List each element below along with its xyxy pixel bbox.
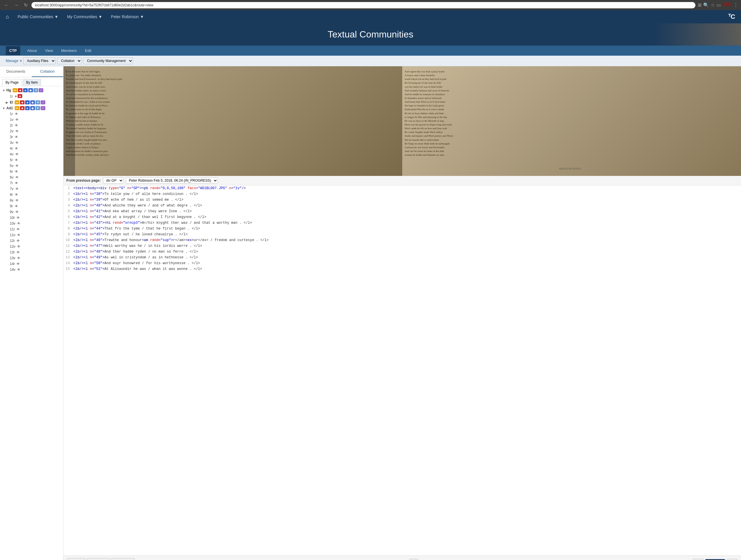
ad1-page-14r-label[interactable]: 14r — [10, 262, 15, 266]
tab-collation[interactable]: Collation — [32, 66, 64, 77]
ad1-page-11v-eye-icon[interactable]: 👁 — [16, 233, 21, 237]
el-blue-icon[interactable]: ■ — [25, 100, 30, 104]
ad1-page-5r-label[interactable]: 5r — [10, 158, 13, 162]
ad1-page-8v-eye-icon[interactable]: 👁 — [15, 198, 19, 203]
view-link[interactable]: View — [41, 46, 57, 56]
ad1-page-9r-eye-icon[interactable]: 👁 — [14, 204, 19, 208]
ad1-page-6v-label[interactable]: 6v — [10, 175, 13, 179]
ad1-page-3v-eye-icon[interactable]: 👁 — [15, 141, 19, 145]
ad1-zip-icon[interactable]: ZIP — [15, 106, 19, 110]
my-communities-link[interactable]: My Communities ▼ — [67, 14, 102, 19]
ad1-page-1v-eye-icon[interactable]: 👁 — [15, 117, 19, 122]
line-content[interactable]: <lb/><l n="43"><hi rend="orncp3">A</hi> … — [72, 220, 741, 226]
ad1-page-13r-eye-icon[interactable]: 👁 — [16, 250, 20, 254]
ad1-page-10v-eye-icon[interactable]: 👁 — [16, 222, 21, 226]
line-content[interactable]: <lb/><l n="38">To telle yow / of alle he… — [72, 191, 741, 197]
ad1-page-1r-eye-icon[interactable]: 👁 — [14, 112, 19, 116]
el-page-icon[interactable]: ▩ — [30, 100, 35, 104]
hg-expand-arrow[interactable]: ▼ — [2, 89, 5, 92]
tab-by-item[interactable]: By Item — [23, 79, 41, 86]
line-content[interactable]: <lb/><l n="48">And ther hadde ryden / no… — [72, 249, 741, 254]
auxiliary-files-dropdown[interactable]: Auxiliary Files — [23, 57, 56, 64]
split-view-button[interactable]: ▮▮ — [409, 559, 418, 560]
hg-blue-icon[interactable]: ■ — [23, 88, 28, 92]
line-content[interactable]: <lb/><l n="41">And eke what array / they… — [72, 209, 741, 214]
ad1-label[interactable]: Ad1 — [6, 106, 13, 110]
el-label[interactable]: El — [10, 100, 13, 104]
line-content[interactable]: <lb/><l n="44">That fro the tyme / that … — [72, 226, 741, 231]
hg-img-icon[interactable]: ☄ — [39, 88, 43, 92]
collation-dropdown[interactable]: Collation — [57, 57, 82, 64]
ad1-page-11r-label[interactable]: 11r — [10, 227, 15, 231]
ad1-expand-arrow[interactable]: ▼ — [2, 107, 5, 110]
line-content[interactable]: <lb/><l n="49">As wel in cristyndom / as… — [72, 255, 741, 260]
ad1-page-9v-label[interactable]: 9v — [10, 210, 13, 214]
community-management-dropdown[interactable]: Community Management — [83, 57, 133, 64]
commit-button[interactable]: Commit — [87, 558, 110, 560]
ad1-page-14r-eye-icon[interactable]: 👁 — [16, 262, 20, 266]
hg-red-icon[interactable]: ◆ — [18, 88, 22, 92]
line-content[interactable]: <lb/><l n="51">At Alisaundir he was / wh… — [72, 266, 741, 272]
home-icon[interactable]: ⌂ — [6, 14, 9, 20]
ad1-page-4r-label[interactable]: 4r — [10, 147, 13, 151]
public-communities-link[interactable]: Public Communities ▼ — [18, 14, 59, 19]
ad1-page-12v-label[interactable]: 12v — [10, 245, 15, 249]
ad1-page-4v-eye-icon[interactable]: 👁 — [15, 152, 19, 156]
ad1-page-10r-label[interactable]: 10r — [10, 216, 15, 220]
ad1-red-icon[interactable]: ◆ — [20, 106, 24, 110]
ad1-page-13v-eye-icon[interactable]: 👁 — [16, 256, 21, 260]
el-expand-arrow[interactable]: ▶ — [6, 101, 9, 104]
ad1-page-3r-eye-icon[interactable]: 👁 — [14, 135, 19, 139]
ad1-page-8r-eye-icon[interactable]: 👁 — [14, 192, 19, 197]
ad1-page-2r-label[interactable]: 2r — [10, 124, 13, 128]
about-link[interactable]: About — [23, 46, 41, 56]
ad1-page-5v-label[interactable]: 5v — [10, 164, 13, 168]
ad1-page-7r-label[interactable]: 7r — [10, 181, 13, 185]
ad1-page-6r-label[interactable]: 6r — [10, 170, 13, 174]
ad1-page-3v-label[interactable]: 3v — [10, 141, 13, 145]
ad1-gear-icon[interactable]: ⚙ — [36, 106, 40, 110]
save-button[interactable]: Save — [67, 558, 85, 560]
ad1-page-12r-label[interactable]: 12r — [10, 239, 15, 243]
line-content[interactable]: <lb/><l n="47">Well worthy was he / in h… — [72, 243, 741, 249]
ad1-page-2v-label[interactable]: 2v — [10, 129, 13, 133]
ad1-page-13v-label[interactable]: 13v — [10, 256, 15, 260]
tab-documents[interactable]: Documents — [0, 66, 32, 77]
editor-user-select[interactable]: Peter Robinson Feb 5, 2018, 06:24 (IN_PR… — [126, 177, 218, 184]
ad1-page-12v-eye-icon[interactable]: 👁 — [16, 245, 21, 249]
ad1-page-3r-label[interactable]: 3r — [10, 135, 13, 139]
refresh-button[interactable]: ↻ — [22, 2, 29, 8]
manage-link[interactable]: Manage — [6, 59, 18, 63]
line-content[interactable]: <text><body><div type="G" n="GP"><pb ren… — [72, 186, 741, 191]
ad1-page-7v-label[interactable]: 7v — [10, 187, 13, 191]
ad1-page-9v-eye-icon[interactable]: 👁 — [15, 210, 19, 214]
ad1-page-11r-eye-icon[interactable]: 👁 — [16, 227, 20, 231]
preview-button[interactable]: Preview — [111, 558, 134, 560]
ad1-page-5r-eye-icon[interactable]: 👁 — [14, 158, 19, 162]
ad1-page-icon[interactable]: ▩ — [30, 106, 35, 110]
ad1-page-11v-label[interactable]: 11v — [10, 233, 15, 237]
el-img-icon[interactable]: ☄ — [41, 100, 45, 104]
line-content[interactable]: <lb/><l n="50">And euyr honowred / for h… — [72, 261, 741, 266]
el-zip-icon[interactable]: ZIP — [15, 100, 19, 104]
ad1-page-7v-eye-icon[interactable]: 👁 — [15, 187, 19, 191]
hg-1r-label[interactable]: 1r — [10, 94, 13, 98]
ad1-page-4r-eye-icon[interactable]: 👁 — [14, 147, 19, 151]
code-editor[interactable]: 1<text><body><div type="G" n="GP"><pb re… — [64, 185, 741, 555]
ad1-page-12r-eye-icon[interactable]: 👁 — [16, 239, 20, 243]
tab-by-page[interactable]: By Page — [2, 79, 22, 86]
ad1-page-13r-label[interactable]: 13r — [10, 250, 15, 254]
members-link[interactable]: Members — [57, 46, 81, 56]
ad1-page-1r-label[interactable]: 1r — [10, 112, 13, 116]
hg-label[interactable]: Hg — [6, 88, 11, 92]
line-content[interactable]: <lb/><l n="46">Trewthe and honour<am ren… — [72, 238, 741, 243]
back-button[interactable]: ← — [3, 2, 10, 8]
ad1-page-10r-eye-icon[interactable]: 👁 — [16, 216, 20, 220]
hg-zip-icon[interactable]: ZIP — [13, 88, 17, 92]
ad1-img-icon[interactable]: ☄ — [41, 106, 45, 110]
hg-page-icon[interactable]: ▩ — [28, 88, 33, 92]
ad1-blue-icon[interactable]: ■ — [25, 106, 30, 110]
url-bar[interactable] — [31, 2, 695, 8]
hg-1r-add-icon[interactable]: + — [15, 94, 17, 99]
ad1-page-10v-label[interactable]: 10v — [10, 222, 15, 226]
